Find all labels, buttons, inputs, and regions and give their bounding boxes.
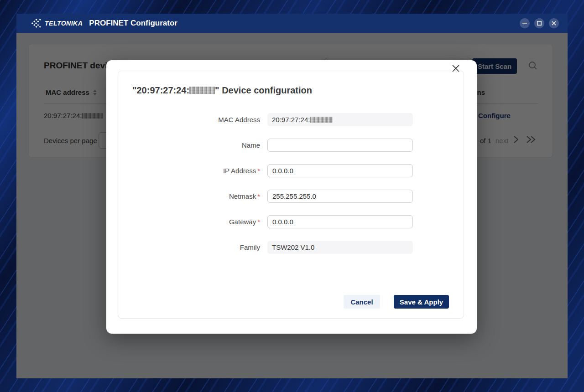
mac-value-prefix: 20:97:27:24: <box>272 116 310 124</box>
required-asterisk: * <box>257 192 260 200</box>
mac-address-field-label: MAC Address <box>182 113 260 126</box>
mac-address-readonly-field: 20:97:27:24: <box>267 113 413 126</box>
app-title: PROFINET Configurator <box>89 19 177 28</box>
family-field-label: Family <box>182 241 260 254</box>
ip-address-input[interactable] <box>267 164 413 177</box>
required-asterisk: * <box>257 218 260 226</box>
save-apply-button[interactable]: Save & Apply <box>394 295 449 309</box>
ip-address-field-label: IP Address* <box>182 164 260 177</box>
teltonika-logo: TELTONIKA <box>31 19 83 28</box>
titlebar: TELTONIKA PROFINET Configurator <box>16 14 568 33</box>
required-asterisk: * <box>257 167 260 175</box>
redacted-mac-title <box>189 87 215 94</box>
gateway-input[interactable] <box>267 215 413 228</box>
netmask-field-label: Netmask* <box>182 190 260 203</box>
maximize-icon <box>537 21 542 26</box>
teltonika-logo-icon <box>31 19 42 28</box>
gateway-field-label: Gateway* <box>182 215 260 228</box>
name-field-label: Name <box>182 139 260 152</box>
family-readonly-field: TSW202 V1.0 <box>267 241 413 254</box>
close-window-button[interactable] <box>549 18 559 28</box>
netmask-input[interactable] <box>267 190 413 203</box>
device-configuration-modal: "20:97:27:24:" Device configuration MAC … <box>106 60 477 334</box>
close-window-icon <box>552 21 556 26</box>
redacted-mac-field-suffix <box>310 117 333 123</box>
modal-title-suffix: " Device configuration <box>215 85 312 95</box>
minimize-button[interactable] <box>520 18 530 28</box>
minimize-icon <box>522 23 527 24</box>
window-controls <box>520 18 559 28</box>
maximize-button[interactable] <box>534 18 544 28</box>
modal-title: "20:97:27:24:" Device configuration <box>132 85 312 96</box>
modal-title-prefix: "20:97:27:24: <box>132 85 189 95</box>
name-input[interactable] <box>267 139 413 152</box>
brand-name: TELTONIKA <box>45 20 83 27</box>
cancel-button[interactable]: Cancel <box>344 295 380 309</box>
